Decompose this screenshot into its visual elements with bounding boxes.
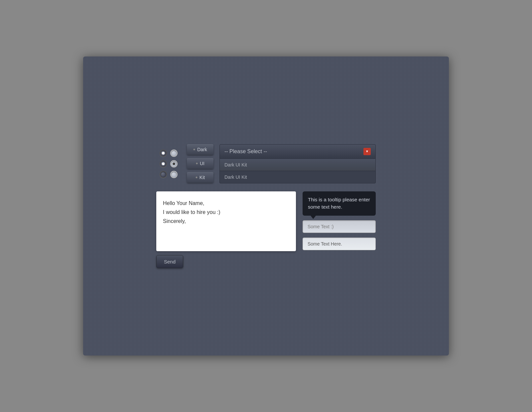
main-panel: Dark UI Kit -- Please Select -- ▼ Dark U… xyxy=(83,56,449,356)
right-section: This is a tooltip please enter some text… xyxy=(303,191,376,250)
message-line2: I would like to hire you :) xyxy=(163,208,289,217)
ui-panel: Dark UI Kit -- Please Select -- ▼ Dark U… xyxy=(156,144,376,268)
radio-dot-1[interactable] xyxy=(160,150,167,157)
tag-dark-button[interactable]: Dark xyxy=(187,144,213,155)
radio-dot-4[interactable] xyxy=(170,160,178,167)
textarea-section: Hello Your Name, I would like to hire yo… xyxy=(156,191,296,268)
text-display: Some Text Here. xyxy=(303,238,376,250)
select-dropdown: -- Please Select -- ▼ Dark UI Kit Dark U… xyxy=(219,144,376,183)
tag-kit-button[interactable]: Kit xyxy=(187,172,213,183)
select-option-2[interactable]: Dark UI Kit xyxy=(220,171,375,183)
radio-group xyxy=(156,146,181,181)
tag-buttons: Dark UI Kit xyxy=(187,144,213,183)
select-arrow-icon[interactable]: ▼ xyxy=(363,148,371,155)
tag-ui-button[interactable]: UI xyxy=(187,158,213,169)
bottom-row: Hello Your Name, I would like to hire yo… xyxy=(156,191,376,268)
select-header[interactable]: -- Please Select -- ▼ xyxy=(219,144,376,159)
tooltip-box: This is a tooltip please enter some text… xyxy=(303,191,376,216)
select-option-1[interactable]: Dark UI Kit xyxy=(220,159,375,171)
select-options-list: Dark UI Kit Dark UI Kit xyxy=(219,159,376,183)
radio-dot-2[interactable] xyxy=(170,150,178,157)
top-row: Dark UI Kit -- Please Select -- ▼ Dark U… xyxy=(156,144,376,183)
message-box: Hello Your Name, I would like to hire yo… xyxy=(156,191,296,251)
radio-dot-3[interactable] xyxy=(160,160,167,167)
some-text-input[interactable] xyxy=(303,220,376,233)
tooltip-text: This is a tooltip please enter some text… xyxy=(308,197,370,210)
radio-dot-5[interactable] xyxy=(160,171,167,178)
message-line3: Sincerely, xyxy=(163,217,289,226)
message-text: Hello Your Name, I would like to hire yo… xyxy=(163,199,289,226)
radio-dot-6[interactable] xyxy=(170,171,178,178)
select-placeholder: -- Please Select -- xyxy=(224,149,267,154)
send-button[interactable]: Send xyxy=(156,255,183,268)
message-line1: Hello Your Name, xyxy=(163,199,289,208)
